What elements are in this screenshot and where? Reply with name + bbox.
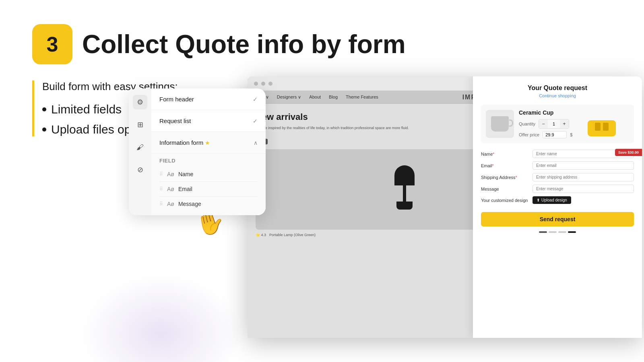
browser-dot-yellow	[261, 82, 265, 86]
upload-field-row: Your customized design ⬆ Upload design	[481, 196, 634, 204]
shipping-field-row: Shipping Address*	[481, 173, 634, 181]
browser-mockup: Shop ∨ Designers ∨ About Blog Theme Feat…	[248, 76, 642, 338]
browser-dot-green	[268, 82, 272, 86]
quote-modal: Your Quote request Continue shopping Cer…	[473, 76, 642, 338]
offer-label: Offer price	[519, 132, 539, 137]
message-field-row: Message	[481, 185, 634, 193]
required-star: *	[493, 152, 494, 156]
drag-handle-icon[interactable]: ⠿	[159, 171, 163, 177]
chevron-down-icon: ✓	[253, 96, 258, 103]
settings-sidebar: ⚙ ⊞ 🖌 ⊘	[129, 88, 151, 215]
bullet-text-1: Limited fields	[51, 103, 122, 116]
pagination-dots	[481, 231, 634, 233]
qty-label: Quantity	[519, 121, 535, 126]
text-field-icon: Aø	[167, 201, 174, 207]
field-section: Field ⠿ Aø Name ⠿ Aø Email ⠿ Aø Messa	[151, 154, 266, 215]
request-list-row[interactable]: Request list ✓	[151, 110, 266, 132]
email-input[interactable]	[533, 161, 634, 170]
content-area: Build form with easy settings: Limited f…	[0, 80, 644, 362]
save-badge: Save $30.00	[615, 149, 642, 156]
upload-design-button[interactable]: ⬆ Upload design	[533, 196, 571, 204]
offer-price-input[interactable]	[543, 131, 567, 138]
settings-content: Form header ✓ Request list ✓ Information…	[151, 88, 266, 215]
page-title: Collect Quote info by form	[82, 29, 406, 59]
upload-icon: ⬆	[537, 198, 540, 202]
field-section-label: Field	[159, 158, 258, 164]
name-label: Name*	[481, 152, 529, 156]
qty-value: 1	[548, 121, 560, 126]
nav-links-left: Shop ∨ Designers ∨ About Blog Theme Feat…	[254, 95, 378, 100]
drag-handle-icon[interactable]: ⠿	[159, 201, 163, 207]
palette-icon[interactable]: 🖌	[133, 140, 147, 154]
email-field-row: Email*	[481, 161, 634, 170]
field-item-email: ⠿ Aø Email	[159, 182, 258, 197]
shipping-input[interactable]	[533, 173, 634, 181]
bullet-dot	[42, 128, 46, 132]
field-item-message: ⠿ Aø Message	[159, 197, 258, 211]
field-item-name: ⠿ Aø Name	[159, 167, 258, 182]
star-icon: ★	[205, 140, 210, 146]
nav-designers[interactable]: Designers ∨	[277, 95, 301, 100]
product-rating: ⭐ 4.3	[256, 233, 266, 237]
form-fields: Name* Email* Shipping Address* Message	[481, 150, 634, 204]
chevron-down-icon: ✓	[253, 118, 258, 124]
message-label: Message	[481, 187, 529, 191]
qty-increase[interactable]: +	[560, 119, 569, 128]
name-field-row: Name*	[481, 150, 634, 158]
browser-content: New arrivals We are inspired by the real…	[248, 104, 642, 338]
lamp-illustration	[390, 165, 419, 214]
header-section: 3 Collect Quote info by form	[0, 0, 644, 80]
shipping-label: Shipping Address*	[481, 175, 529, 180]
required-star: *	[492, 164, 494, 168]
gear-icon[interactable]: ⚙	[133, 95, 147, 109]
information-form-row[interactable]: Information form ★ ∧	[151, 132, 266, 154]
quote-modal-title: Your Quote request	[481, 84, 634, 92]
email-label: Email*	[481, 163, 529, 168]
currency-sign: $	[570, 132, 572, 137]
chevron-up-icon: ∧	[254, 140, 258, 146]
lamp-stem	[403, 185, 406, 202]
upload-btn-label: Upload design	[541, 198, 567, 202]
required-star: *	[516, 175, 517, 180]
qty-control[interactable]: − 1 +	[539, 119, 569, 129]
qty-decrease[interactable]: −	[539, 119, 548, 128]
quote-modal-subtitle[interactable]: Continue shopping	[481, 93, 634, 98]
form-header-row[interactable]: Form header ✓	[151, 88, 266, 110]
text-field-icon: Aø	[167, 171, 174, 177]
nav-blog[interactable]: Blog	[329, 95, 338, 100]
information-form-label: Information form ★	[159, 139, 210, 146]
request-list-label: Request list	[159, 117, 191, 124]
upload-label: Your customized design	[481, 198, 529, 203]
lamp-top	[394, 165, 415, 185]
nav-about[interactable]: About	[309, 95, 321, 100]
lamp-product-name: Portable Lamp (Olive Green)	[269, 233, 316, 237]
block-icon[interactable]: ⊘	[133, 162, 147, 177]
lamp-base	[396, 202, 413, 210]
layout-icon[interactable]: ⊞	[133, 117, 147, 132]
message-input[interactable]	[533, 185, 634, 193]
drag-handle-icon[interactable]: ⠿	[159, 186, 163, 192]
product-name: Ceramic Cup	[519, 109, 629, 116]
step-number-badge: 3	[32, 24, 72, 64]
cup-image	[486, 110, 514, 138]
send-request-button[interactable]: Send request	[481, 212, 634, 226]
text-field-icon: Aø	[167, 186, 174, 192]
settings-panel: ⚙ ⊞ 🖌 ⊘ Form header ✓ Request list ✓	[129, 88, 266, 215]
form-header-label: Form header	[159, 96, 194, 103]
nav-theme[interactable]: Theme Features	[346, 95, 378, 100]
browser-dot-red	[254, 82, 258, 86]
bullet-dot	[42, 107, 46, 111]
